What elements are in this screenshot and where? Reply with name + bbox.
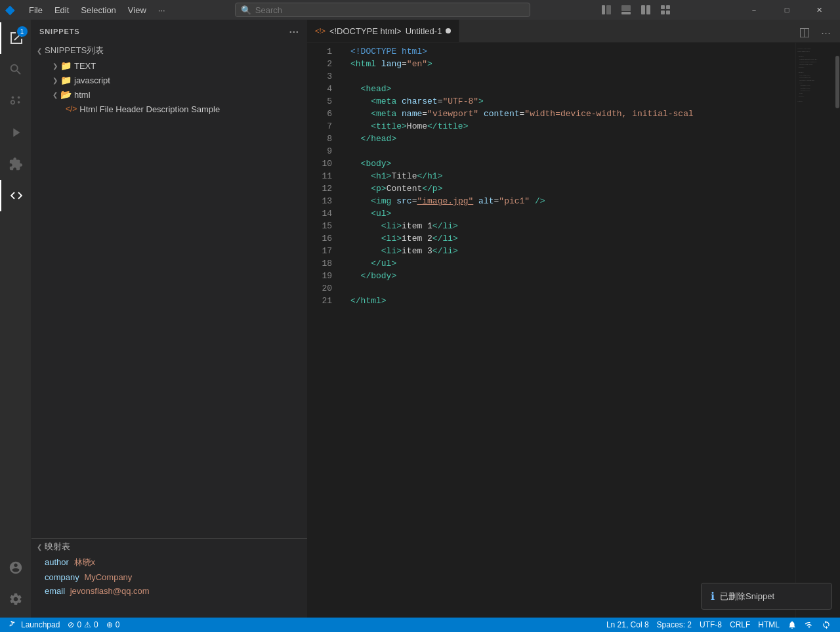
error-count: 0 (77, 620, 81, 629)
minimize-button[interactable]: − (739, 3, 769, 17)
tab-modified-dot (446, 28, 451, 33)
notification-text: 已删除Snippet (720, 591, 774, 602)
tree-item-javascript[interactable]: ❯ 📁 javascript (32, 73, 307, 87)
tree-item-html-sample-label: Html File Header Description Sample (79, 104, 220, 114)
chevron-down-icon: ❮ (37, 47, 42, 54)
maximize-button[interactable]: □ (772, 3, 802, 17)
mapping-email: email jevonsflash@qq.com (32, 584, 307, 598)
minimap: <!DOCTYPE html> <html lang="en"> <head> … (795, 43, 835, 618)
chevron-down-icon: ❮ (37, 543, 42, 551)
language-text: HTML (758, 620, 780, 629)
wifi-count: 0 (116, 620, 120, 629)
cursor-position-text: Ln 21, Col 8 (606, 620, 649, 629)
sidebar-toggle-icon[interactable] (597, 3, 616, 17)
split-editor-icon[interactable] (637, 3, 655, 17)
minimap-content: <!DOCTYPE html> <html lang="en"> <head> … (796, 43, 835, 108)
activity-snippets[interactable] (0, 180, 32, 211)
tree-item-html[interactable]: ❮ 📂 html (32, 87, 307, 102)
explorer-badge: 1 (17, 26, 28, 37)
status-cursor[interactable]: Ln 21, Col 8 (602, 618, 653, 632)
sidebar-more-icon[interactable]: ⋯ (289, 26, 299, 37)
activity-settings[interactable] (0, 583, 32, 615)
chevron-right-icon: ❯ (50, 75, 60, 85)
mapping-author-value: 林晓x (74, 557, 96, 567)
editor-content[interactable]: 12345 678910 1112131415 1617181920 21 <!… (307, 43, 840, 618)
folder-icon: 📁 (60, 75, 72, 85)
notification-toast: ℹ 已删除Snippet (701, 583, 832, 610)
svg-rect-6 (661, 5, 665, 9)
tree-item-html-label: html (74, 90, 91, 100)
mapping-company: company MyCompany (32, 570, 307, 584)
split-editor-button[interactable] (795, 24, 814, 42)
more-actions-button[interactable]: ⋯ (816, 24, 835, 42)
search-input[interactable] (255, 5, 524, 15)
sidebar-title: SNIPPETS ⋯ (32, 20, 307, 43)
search-icon: 🔍 (241, 5, 251, 15)
menu-selection[interactable]: Selection (75, 4, 121, 16)
mapping-section-header[interactable]: ❮ 映射表 (32, 539, 307, 555)
menu-edit[interactable]: Edit (49, 4, 74, 16)
activity-bottom (0, 552, 32, 615)
code-editor[interactable]: <!DOCTYPE html> <html lang="en"> <head> … (340, 43, 795, 618)
tree-item-text-label: TEXT (74, 61, 96, 71)
svg-rect-5 (646, 5, 650, 14)
mapping-company-value: MyCompany (84, 572, 132, 582)
activity-account[interactable] (0, 552, 32, 583)
snippets-list-label: SNIPPETS列表 (45, 45, 104, 56)
panel-toggle-icon[interactable] (617, 3, 635, 17)
status-line-ending[interactable]: CRLF (726, 618, 754, 632)
mapping-company-key: company (45, 572, 79, 582)
activity-run[interactable] (0, 117, 32, 148)
warning-count: 0 (94, 620, 98, 629)
status-git-branch[interactable]: Launchpad (5, 618, 64, 632)
sidebar-bottom: ❮ 映射表 author 林晓x company MyCompany email… (32, 539, 307, 618)
activity-explorer[interactable]: 1 (0, 22, 32, 54)
menu-more[interactable]: ··· (153, 4, 171, 16)
status-wifi[interactable]: ⊕ 0 (102, 618, 124, 632)
status-errors[interactable]: ⊘ 0 ⚠ 0 (64, 618, 102, 632)
svg-rect-9 (666, 11, 670, 14)
status-branch-text: Launchpad (21, 620, 60, 629)
chevron-down-icon: ❮ (50, 89, 60, 100)
status-encoding[interactable]: UTF-8 (696, 618, 726, 632)
chevron-right-icon: ❯ (50, 60, 60, 71)
status-spaces[interactable]: Spaces: 2 (653, 618, 696, 632)
editor-tab-untitled[interactable]: <!> <!DOCTYPE html> Untitled-1 (307, 20, 459, 42)
html-file-icon: </> (66, 104, 77, 114)
activity-search[interactable] (0, 54, 32, 85)
svg-rect-0 (602, 5, 605, 14)
status-language[interactable]: HTML (754, 618, 784, 632)
status-broadcast[interactable] (801, 618, 818, 632)
tab-doctype-text: <!DOCTYPE html> (329, 26, 402, 36)
svg-rect-1 (606, 5, 611, 14)
menu-file[interactable]: File (24, 4, 48, 16)
status-notifications[interactable] (784, 618, 801, 632)
error-icon: ⊘ (68, 620, 74, 629)
tree-item-text[interactable]: ❯ 📁 TEXT (32, 58, 307, 73)
menu-view[interactable]: View (123, 4, 152, 16)
activity-extensions[interactable] (0, 148, 32, 180)
encoding-text: UTF-8 (700, 620, 722, 629)
svg-rect-3 (621, 12, 631, 14)
mapping-email-key: email (45, 586, 65, 596)
close-button[interactable]: ✕ (805, 3, 835, 17)
folder-open-icon: 📂 (60, 89, 72, 100)
tab-html-icon: <!> (315, 27, 326, 35)
status-right: Ln 21, Col 8 Spaces: 2 UTF-8 CRLF HTML (602, 618, 835, 632)
search-box[interactable]: 🔍 (235, 3, 530, 17)
mapping-author-key: author (45, 557, 69, 567)
grid-layout-icon[interactable] (656, 3, 675, 17)
editor-area: <!> <!DOCTYPE html> Untitled-1 ⋯ 12345 6… (307, 20, 840, 618)
layout-icons (597, 3, 675, 17)
spaces-text: Spaces: 2 (657, 620, 692, 629)
tab-bar: <!> <!DOCTYPE html> Untitled-1 ⋯ (307, 20, 840, 43)
tree-item-javascript-label: javascript (74, 75, 110, 85)
vertical-scrollbar[interactable] (835, 43, 840, 618)
tree-item-html-sample[interactable]: </> Html File Header Description Sample (32, 102, 307, 116)
titlebar: ◆ File Edit Selection View ··· 🔍 − □ ✕ (0, 0, 840, 20)
activity-source-control[interactable] (0, 85, 32, 117)
svg-rect-2 (621, 5, 631, 11)
wifi-icon: ⊕ (106, 620, 113, 629)
snippets-list-header[interactable]: ❮ SNIPPETS列表 (32, 43, 307, 58)
status-sync[interactable] (818, 618, 835, 632)
